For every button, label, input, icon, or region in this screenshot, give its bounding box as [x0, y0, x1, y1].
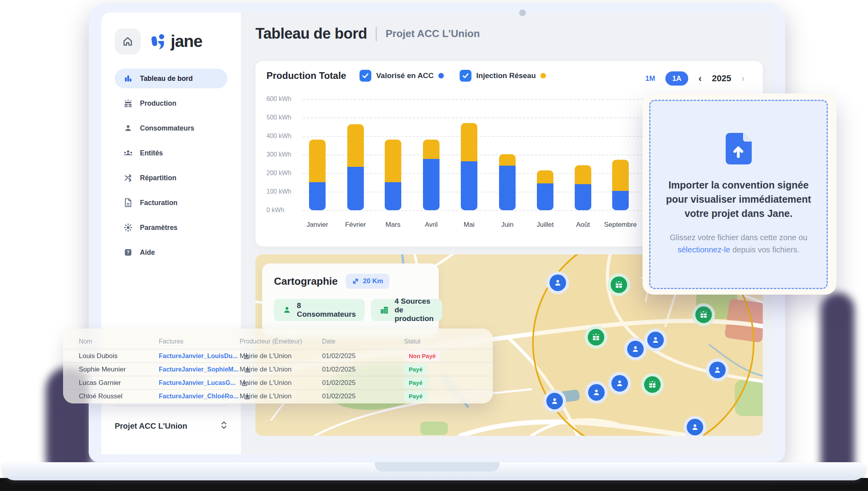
producer-marker[interactable] — [692, 303, 715, 326]
sidebar-item-entit-s[interactable]: Entités — [115, 143, 227, 163]
bar-août[interactable] — [575, 165, 591, 210]
bar-segment-acc — [461, 161, 477, 210]
cell-status: Non Payé — [404, 351, 493, 361]
bar-mai[interactable] — [461, 123, 477, 210]
y-axis-tick: 400 kWh — [255, 133, 296, 140]
sidebar-item-param-tres[interactable]: Paramètres — [115, 218, 227, 237]
cell-producer: Mairie de L'Union — [240, 366, 322, 373]
bar-avril[interactable] — [423, 140, 440, 210]
sidebar-item-label: Entités — [140, 149, 163, 157]
marker-person-icon — [546, 393, 563, 409]
consumer-marker[interactable] — [585, 381, 608, 404]
sidebar-item-label: Production — [140, 99, 176, 108]
doc-icon — [123, 198, 133, 207]
consumer-marker[interactable] — [546, 271, 569, 294]
marker-solar-icon — [644, 376, 661, 393]
invoice-link[interactable]: FactureJanvier_LucasG... — [159, 379, 236, 386]
laptop-base — [3, 462, 865, 480]
sidebar-item-r-partition[interactable]: Répartition — [115, 168, 227, 188]
consumer-marker[interactable] — [644, 329, 667, 351]
sidebar-item-label: Paramètres — [140, 224, 177, 232]
sidebar-item-label: Tableau de bord — [140, 75, 193, 83]
marker-person-icon — [549, 274, 566, 291]
consumer-marker[interactable] — [608, 372, 631, 395]
sidebar-item-facturation[interactable]: Facturation — [115, 193, 227, 213]
bar-segment-acc — [347, 167, 364, 210]
x-axis-label: Juillet — [536, 221, 553, 229]
sidebar-item-production[interactable]: Production — [115, 93, 227, 113]
bar-février[interactable] — [347, 124, 364, 210]
bar-janvier[interactable] — [309, 140, 326, 210]
cell-date: 01/02/2025 — [322, 379, 404, 387]
cell-invoice: FactureJanvier_SophieM... — [159, 366, 240, 373]
invoice-link[interactable]: FactureJanvier_LouisDu... — [159, 353, 238, 360]
marker-solar-icon — [695, 306, 712, 323]
upload-dropzone[interactable]: Importer la convention signée pour visua… — [649, 100, 828, 289]
sidebar-item-consommateurs[interactable]: Consommateurs — [115, 118, 227, 138]
table-row: Chloé RousselFactureJanvier_ChloéRo...Ma… — [63, 389, 493, 403]
sidebar-item-label: Répartition — [140, 174, 176, 182]
project-selector-label: Projet ACC L'Union — [115, 422, 187, 431]
sidebar-item-aide[interactable]: ?Aide — [115, 243, 227, 262]
sidebar-item-tableau-de-bord[interactable]: Tableau de bord — [115, 69, 227, 88]
x-axis-label: Mai — [464, 221, 474, 229]
distance-badge-label: 20 Km — [363, 277, 383, 285]
consumer-marker[interactable] — [543, 390, 566, 413]
upload-select-link[interactable]: sélectionnez-le — [678, 245, 730, 254]
table-row: Lucas GarnierFactureJanvier_LucasG...Mai… — [63, 376, 493, 389]
producer-marker[interactable] — [585, 326, 607, 349]
bar-segment-injection — [309, 140, 326, 182]
person-icon — [123, 123, 133, 133]
distance-badge[interactable]: 20 Km — [346, 274, 389, 289]
sidebar-item-label: Facturation — [140, 199, 177, 207]
consumer-marker[interactable] — [624, 338, 647, 360]
bar-juillet[interactable] — [537, 170, 553, 210]
bar-segment-acc — [309, 182, 326, 210]
bar-juin[interactable] — [499, 154, 516, 210]
marker-solar-icon — [588, 329, 604, 345]
invoice-link[interactable]: FactureJanvier_ChloéRo... — [159, 393, 238, 400]
x-axis-label: Février — [345, 221, 366, 229]
consumers-count-badge: 8 Consommateurs — [274, 299, 365, 321]
page-title: Tableau de bord — [255, 25, 367, 42]
cell-invoice: FactureJanvier_ChloéRo... — [159, 392, 240, 400]
y-axis-tick: 300 kWh — [255, 151, 296, 158]
marker-person-icon — [588, 384, 605, 401]
consumer-marker[interactable] — [706, 358, 729, 381]
producer-marker[interactable] — [641, 373, 664, 396]
column-header: Nom — [79, 338, 159, 345]
producer-marker[interactable] — [607, 273, 630, 296]
upload-title: Importer la convention signée pour visua… — [661, 178, 816, 221]
x-axis-label: Juin — [501, 221, 513, 229]
map-count-badges: 8 Consommateurs4 Sources de production — [274, 299, 427, 321]
shuffle-icon — [123, 173, 133, 183]
column-header: Date — [322, 338, 404, 345]
invoice-table-header: NomFacturesProducteur (Émetteur)DateStat… — [63, 334, 493, 349]
upload-subtitle: Glissez votre fichier dans cette zone ou… — [661, 231, 816, 256]
cartography-panel: Cartographie 20 Km 8 Consommateurs4 Sour… — [262, 263, 439, 338]
project-selector[interactable]: Projet ACC L'Union — [115, 421, 227, 431]
consumer-marker[interactable] — [684, 416, 706, 436]
table-row: Sophie MeunierFactureJanvier_SophieM...M… — [63, 362, 493, 376]
bar-segment-acc — [537, 183, 553, 210]
svg-text:?: ? — [127, 250, 129, 255]
cell-status: Payé — [404, 377, 493, 388]
badge-label: 4 Sources de production — [395, 297, 434, 323]
cell-name: Louis Dubois — [79, 352, 159, 360]
invoice-table: NomFacturesProducteur (Émetteur)DateStat… — [63, 329, 493, 403]
status-badge: Non Payé — [404, 351, 440, 361]
backdrop-blob-right — [821, 293, 855, 482]
table-row: Louis DuboisFactureJanvier_LouisDu...Mai… — [63, 349, 493, 362]
bar-segment-injection — [612, 160, 629, 190]
gear-icon — [123, 223, 133, 232]
bar-mars[interactable] — [385, 140, 401, 210]
column-header: Factures — [159, 338, 240, 345]
home-button[interactable] — [115, 28, 141, 54]
y-axis-tick: 200 kWh — [255, 170, 296, 177]
invoice-link[interactable]: FactureJanvier_SophieM... — [159, 366, 239, 373]
marker-person-icon — [627, 341, 644, 357]
cell-producer: Mairie de L'Union — [240, 392, 322, 400]
bar-septembre[interactable] — [612, 160, 629, 210]
cell-name: Lucas Garnier — [79, 379, 159, 387]
badge-label: 8 Consommateurs — [297, 301, 356, 319]
